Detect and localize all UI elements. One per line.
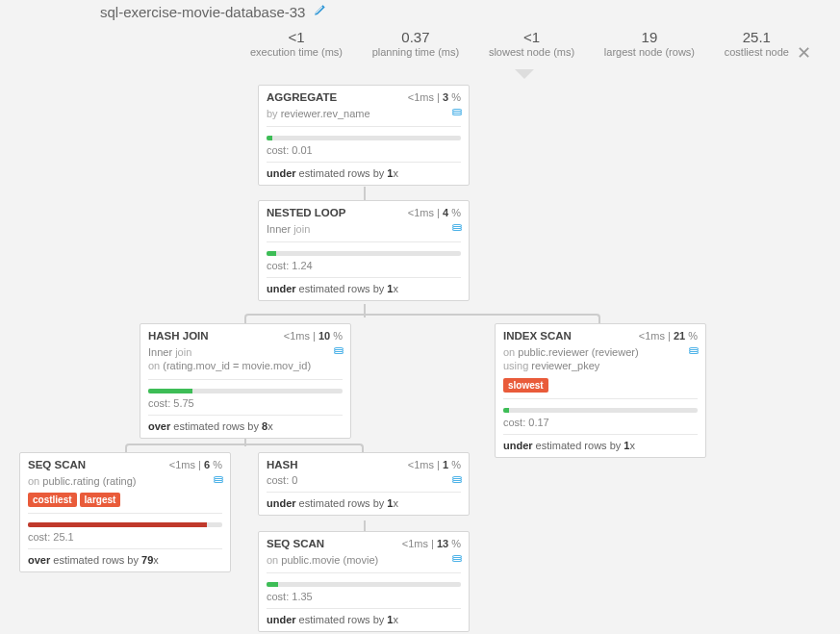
est-row: over estimated rows by 8x (148, 415, 343, 432)
cost-bar (267, 582, 461, 587)
node-desc: on public.movie (movie) (267, 553, 461, 567)
est-row: under estimated rows by 1x (267, 492, 461, 509)
node-metrics: <1ms | 6 % (169, 459, 222, 470)
cost-bar (503, 408, 698, 413)
cost-value: cost: 1.35 (267, 591, 461, 602)
stats-bar: <1 execution time (ms) 0.37 planning tim… (250, 29, 789, 58)
plan-title-row: sql-exercise-movie-database-33 (100, 4, 326, 20)
plan-title: sql-exercise-movie-database-33 (100, 4, 305, 20)
cost-bar (267, 251, 461, 256)
cost-bar (267, 136, 461, 140)
node-metrics: <1ms | 10 % (284, 330, 343, 342)
node-hash-join[interactable]: HASH JOIN <1ms | 10 % Inner join on (rat… (140, 323, 351, 439)
stat-plan-time: 0.37 planning time (ms) (372, 29, 459, 58)
connector (364, 187, 366, 200)
database-icon (452, 555, 462, 561)
cost-value: cost: 5.75 (148, 397, 343, 409)
node-desc: Inner join (148, 345, 343, 359)
est-row: under estimated rows by 1x (267, 277, 461, 294)
node-desc: on public.rating (rating) (28, 474, 222, 488)
node-metrics: <1ms | 4 % (408, 207, 461, 218)
database-icon (334, 347, 344, 353)
node-hash[interactable]: HASH <1ms | 1 % cost: 0 under estimated … (258, 452, 470, 516)
cost-value: cost: 0.01 (267, 144, 461, 156)
node-desc2: on (rating.mov_id = movie.mov_id) (148, 359, 343, 372)
stat-exec-time: <1 execution time (ms) (250, 29, 343, 58)
pointer-arrow-icon (515, 69, 534, 79)
stat-slowest-node: <1 slowest node (ms) (489, 29, 574, 58)
cost-value: cost: 25.1 (28, 531, 222, 543)
tags: costliestlargest (28, 493, 222, 507)
node-metrics: <1ms | 1 % (408, 459, 461, 470)
node-name: HASH (267, 459, 298, 470)
node-metrics: <1ms | 13 % (402, 538, 461, 549)
node-name: SEQ SCAN (267, 538, 324, 549)
cost-value: cost: 0 (267, 474, 461, 486)
close-icon[interactable]: ✕ (797, 42, 811, 63)
cost-value: cost: 1.24 (267, 260, 461, 271)
tag-costliest: costliest (28, 493, 77, 507)
node-aggregate[interactable]: AGGREGATE <1ms | 3 % by reviewer.rev_nam… (258, 85, 470, 186)
node-desc: Inner join (267, 222, 461, 236)
est-row: under estimated rows by 1x (267, 608, 461, 625)
node-name: INDEX SCAN (503, 330, 572, 342)
database-icon (452, 224, 462, 230)
database-icon (689, 347, 699, 353)
node-desc: on public.reviewer (reviewer) (503, 345, 698, 359)
est-row: under estimated rows by 1x (267, 162, 461, 179)
node-name: AGGREGATE (267, 91, 337, 103)
database-icon (452, 109, 462, 114)
node-desc2: using reviewer_pkey (503, 359, 698, 372)
est-row: over estimated rows by 79x (28, 548, 222, 566)
cost-value: cost: 0.17 (503, 417, 698, 428)
tag-slowest: slowest (503, 378, 548, 393)
node-seq-scan-movie[interactable]: SEQ SCAN <1ms | 13 % on public.movie (mo… (258, 531, 470, 632)
node-seq-scan-rating[interactable]: SEQ SCAN <1ms | 6 % on public.rating (ra… (19, 452, 231, 572)
database-icon (452, 476, 462, 482)
tag-largest: largest (80, 493, 121, 507)
stat-largest-node: 19 largest node (rows) (604, 29, 695, 58)
node-index-scan[interactable]: INDEX SCAN <1ms | 21 % on public.reviewe… (495, 323, 706, 458)
node-name: SEQ SCAN (28, 459, 86, 470)
node-metrics: <1ms | 3 % (408, 91, 461, 103)
database-icon (214, 476, 223, 482)
tags: slowest (503, 378, 698, 393)
node-desc: by reviewer.rev_name (267, 107, 461, 120)
stat-costliest-node: 25.1 costliest node (725, 29, 789, 58)
node-metrics: <1ms | 21 % (639, 330, 698, 342)
node-name: NESTED LOOP (267, 207, 345, 218)
cost-bar (148, 389, 343, 393)
node-nested-loop[interactable]: NESTED LOOP <1ms | 4 % Inner join cost: … (258, 200, 470, 301)
est-row: under estimated rows by 1x (503, 434, 698, 451)
cost-bar (28, 522, 222, 527)
edit-icon[interactable] (313, 4, 326, 20)
node-name: HASH JOIN (148, 330, 209, 342)
